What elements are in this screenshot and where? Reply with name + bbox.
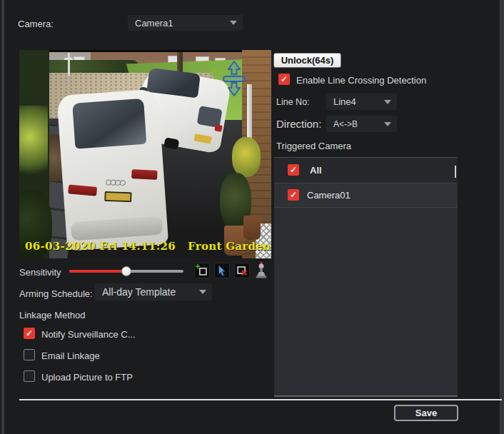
video-preview[interactable]: 06-03-2020 Fri 14:11:26 Front Garden — [19, 50, 271, 258]
sensitivity-label: Sensitivity — [19, 267, 61, 278]
draw-region-button[interactable] — [194, 263, 210, 278]
camera-select[interactable]: Camera1 — [128, 15, 243, 31]
check-icon: ✓ — [281, 75, 288, 84]
scene-lamppost — [68, 53, 70, 76]
camera-checkbox-all[interactable]: ✓ — [288, 164, 299, 176]
arming-schedule-select[interactable]: All-day Template — [95, 283, 212, 301]
save-button[interactable]: Save — [394, 405, 458, 421]
draw-region-icon — [195, 263, 209, 278]
sensitivity-slider-thumb[interactable] — [121, 266, 131, 276]
footer-divider — [19, 399, 502, 400]
linkage-checkbox-ftp[interactable] — [24, 370, 35, 382]
line-crossing-detection-window: Camera: Camera1 — [0, 0, 504, 434]
enable-detection-checkbox[interactable]: ✓ — [278, 74, 290, 85]
window-right-edge — [500, 0, 504, 434]
joystick-icon — [254, 261, 268, 279]
move-arrows-icon — [221, 60, 247, 97]
arming-schedule-label: Arming Schedule: — [19, 288, 93, 299]
camera-row-camera01[interactable]: ✓ Camera01 — [274, 183, 458, 208]
triggered-camera-title: Triggered Camera — [276, 141, 351, 151]
joystick-button[interactable] — [254, 261, 268, 279]
chevron-down-icon — [230, 21, 237, 25]
direction-select[interactable]: A<->B — [326, 116, 397, 132]
scrollbar-thumb[interactable] — [455, 166, 456, 178]
line-no-value: Line4 — [333, 96, 380, 107]
chevron-down-icon — [384, 122, 391, 126]
linkage-label-email[interactable]: Email Linkage — [41, 350, 100, 361]
delete-region-button[interactable] — [234, 263, 250, 278]
line-no-select[interactable]: Line4 — [326, 94, 397, 110]
pointer-tool-button[interactable] — [214, 263, 230, 278]
osd-location: Front Garden — [188, 240, 271, 253]
check-icon: ✓ — [26, 329, 33, 338]
scene-yellow-bush — [232, 137, 261, 177]
scene-car-sedan — [53, 86, 175, 258]
linkage-checkbox-email[interactable] — [24, 349, 35, 360]
direction-label: Direction: — [276, 118, 321, 130]
sensitivity-slider[interactable] — [69, 270, 183, 273]
camera-row-label: All — [310, 165, 322, 176]
camera-select-value: Camera1 — [135, 18, 226, 29]
delete-region-icon — [235, 263, 249, 278]
unlock-button[interactable]: Unlock(64s) — [273, 53, 341, 68]
linkage-label-ftp[interactable]: Upload Picture to FTP — [41, 372, 133, 383]
camera-checkbox-camera01[interactable]: ✓ — [288, 189, 299, 201]
camera-row-label: Camera01 — [307, 190, 351, 201]
camera-label: Camera: — [18, 19, 54, 29]
audi-rings-icon — [105, 178, 126, 186]
chevron-down-icon — [384, 100, 391, 104]
check-icon: ✓ — [290, 191, 297, 199]
osd-timestamp: 06-03-2020 Fri 14:11:26 — [25, 240, 176, 253]
triggered-camera-list: ✓ All ✓ Camera01 — [274, 157, 458, 397]
sensitivity-slider-fill — [69, 270, 126, 273]
chevron-down-icon — [199, 290, 206, 294]
window-left-edge — [1, 0, 4, 434]
direction-value: A<->B — [333, 119, 380, 129]
check-icon: ✓ — [290, 166, 297, 174]
camera-row-all[interactable]: ✓ All — [274, 158, 458, 183]
linkage-label-notify[interactable]: Notify Surveillance C... — [41, 329, 136, 340]
line-no-label: Line No: — [276, 97, 310, 107]
linkage-checkbox-notify[interactable]: ✓ — [24, 328, 35, 339]
enable-detection-label[interactable]: Enable Line Crossing Detection — [296, 75, 426, 86]
pointer-icon — [215, 263, 229, 278]
scene-plant-pot — [243, 216, 261, 240]
linkage-method-title: Linkage Method — [19, 310, 86, 321]
arming-schedule-value: All-day Template — [102, 286, 195, 298]
